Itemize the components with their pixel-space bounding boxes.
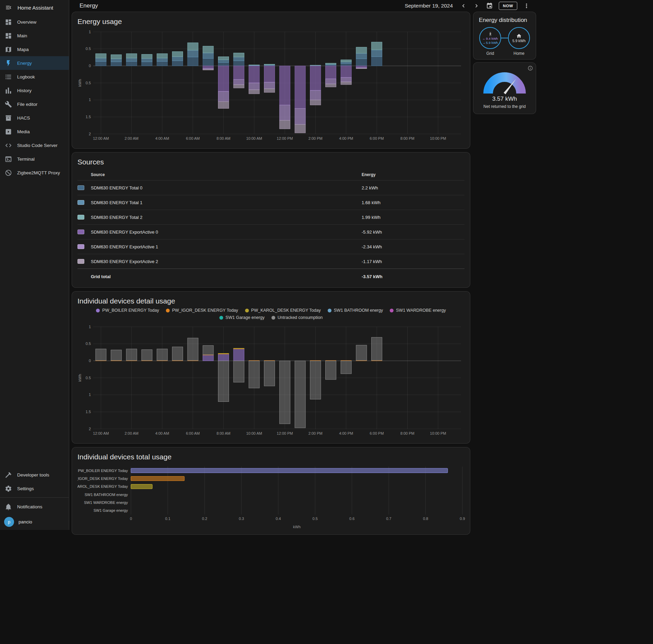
svg-text:1: 1 xyxy=(89,393,91,397)
next-period-button[interactable] xyxy=(471,0,482,12)
grid-node[interactable]: ← 9.4 kWh → 5.9 kWh xyxy=(479,27,501,49)
sidebar-item-developer-tools[interactable]: Developer tools xyxy=(0,468,69,482)
app-title: Home Assistant xyxy=(17,5,53,11)
svg-text:1: 1 xyxy=(89,98,91,102)
main-area: Energy September 19, 2024 NOW xyxy=(69,0,536,530)
source-color-swatch xyxy=(77,259,84,264)
energy-usage-chart: 10.500.511.5212:00 AM2:00 AM4:00 AM6:00 … xyxy=(77,28,465,145)
source-row-sdm630-energy-total-1[interactable]: SDM630 ENERGY Total 1 1.68 kWh xyxy=(77,195,464,210)
sidebar-item-notifications[interactable]: Notifications xyxy=(0,500,69,513)
legend-item-untracked-consumption[interactable]: Untracked consumption xyxy=(271,315,323,320)
dots-vertical-icon xyxy=(523,2,530,9)
legend-item-sw1-wardrobe-energy[interactable]: SW1 WARDROBE energy xyxy=(390,308,446,313)
legend-item-sw1-bathroom-energy[interactable]: SW1 BATHROOM energy xyxy=(328,308,383,313)
sidebar-item-settings[interactable]: Settings xyxy=(0,482,69,495)
sidebar-item-label: Developer tools xyxy=(17,472,49,478)
sidebar-item-label: Overview xyxy=(17,20,36,25)
sidebar-item-file-editor[interactable]: File editor xyxy=(0,97,69,111)
svg-text:0.5: 0.5 xyxy=(86,47,91,51)
now-button[interactable]: NOW xyxy=(499,2,517,10)
source-row-sdm630-energy-exportactive-2[interactable]: SDM630 ENERGY ExportActive 2 -1.17 kWh xyxy=(77,254,464,269)
svg-text:2: 2 xyxy=(89,427,91,431)
sidebar: Home Assistant OverviewMainMapaEnergyLog… xyxy=(0,0,69,530)
sidebar-user[interactable]: p pancio xyxy=(0,513,69,530)
gauge-value: 3.57 kWh xyxy=(492,96,517,102)
more-options-button[interactable] xyxy=(521,0,532,12)
legend-label: PW_IGOR_DESK ENERGY Today xyxy=(172,308,238,313)
source-row-sdm630-energy-total-2[interactable]: SDM630 ENERGY Total 2 1.99 kWh xyxy=(77,210,464,224)
sidebar-footer-nav: Developer toolsSettings xyxy=(0,468,69,495)
grid-label: Grid xyxy=(479,51,501,56)
sidebar-item-logbook[interactable]: Logbook xyxy=(0,70,69,84)
svg-text:2:00 PM: 2:00 PM xyxy=(309,136,323,140)
source-row-sdm630-energy-total-0[interactable]: SDM630 ENERGY Total 0 2.2 kWh xyxy=(77,180,464,195)
svg-text:12:00 PM: 12:00 PM xyxy=(277,431,293,435)
legend-label: PW_BOILER ENERGY Today xyxy=(102,308,159,313)
svg-text:0.5: 0.5 xyxy=(313,517,318,521)
notifications-label: Notifications xyxy=(17,504,43,509)
svg-text:12:00 AM: 12:00 AM xyxy=(93,431,109,435)
legend-item-pw-boiler-energy-today[interactable]: PW_BOILER ENERGY Today xyxy=(96,308,159,313)
svg-text:10:00 AM: 10:00 AM xyxy=(246,431,262,435)
svg-text:6:00 PM: 6:00 PM xyxy=(370,431,384,435)
sidebar-toggle-button[interactable] xyxy=(4,3,13,12)
svg-text:8:00 PM: 8:00 PM xyxy=(400,136,414,140)
info-icon xyxy=(528,65,533,71)
legend-label: PW_KAROL_DESK ENERGY Today xyxy=(251,308,321,313)
main-column: Energy usage 10.500.511.5212:00 AM2:00 A… xyxy=(72,12,470,535)
distribution-labels: Grid Home xyxy=(479,51,530,56)
source-name: SDM630 ENERGY ExportActive 0 xyxy=(91,230,362,235)
legend-item-pw-karol-desk-energy-today[interactable]: PW_KAROL_DESK ENERGY Today xyxy=(245,308,321,313)
svg-text:4:00 PM: 4:00 PM xyxy=(339,431,353,435)
svg-text:4:00 PM: 4:00 PM xyxy=(339,136,353,140)
gauge-caption: Net returned to the grid xyxy=(483,104,525,109)
legend-item-sw1-garage-energy[interactable]: SW1 Garage energy xyxy=(219,315,265,320)
svg-text:0.5: 0.5 xyxy=(86,81,91,85)
sidebar-item-label: File editor xyxy=(17,102,37,107)
sidebar-nav: OverviewMainMapaEnergyLogbookHistoryFile… xyxy=(0,15,69,179)
svg-text:12:00 AM: 12:00 AM xyxy=(93,136,109,140)
page-title: Energy xyxy=(80,2,98,9)
info-button[interactable] xyxy=(528,65,533,72)
grid-return-flow: ← 9.4 kWh xyxy=(482,37,498,41)
svg-text:PW_KAROL_DESK ENERGY Today: PW_KAROL_DESK ENERGY Today xyxy=(77,484,128,488)
arrow-right-icon: → xyxy=(482,41,486,45)
map-icon xyxy=(5,46,12,53)
legend-dot xyxy=(166,309,170,312)
sidebar-item-history[interactable]: History xyxy=(0,84,69,97)
sidebar-item-label: Zigbee2MQTT Proxy xyxy=(17,170,60,175)
svg-text:10:00 AM: 10:00 AM xyxy=(246,136,262,140)
play-box-icon xyxy=(5,128,12,135)
sidebar-item-terminal[interactable]: Terminal xyxy=(0,152,69,166)
distribution-title: Energy distribution xyxy=(479,17,530,24)
sidebar-header: Home Assistant xyxy=(0,0,69,15)
top-header: Energy September 19, 2024 NOW xyxy=(69,0,536,12)
date-picker-label[interactable]: September 19, 2024 xyxy=(405,3,453,9)
sidebar-item-media[interactable]: Media xyxy=(0,125,69,138)
prev-period-button[interactable] xyxy=(458,0,469,12)
source-row-sdm630-energy-exportactive-0[interactable]: SDM630 ENERGY ExportActive 0 -5.92 kWh xyxy=(77,224,464,239)
sidebar-item-zigbee2mqtt-proxy[interactable]: Zigbee2MQTT Proxy xyxy=(0,166,69,179)
sidebar-item-mapa[interactable]: Mapa xyxy=(0,42,69,56)
cancel-icon xyxy=(5,169,12,176)
sidebar-item-overview[interactable]: Overview xyxy=(0,15,69,29)
svg-text:1.5: 1.5 xyxy=(86,410,91,414)
energy-usage-title: Energy usage xyxy=(77,17,464,26)
source-row-sdm630-energy-exportactive-1[interactable]: SDM630 ENERGY ExportActive 1 -2.34 kWh xyxy=(77,239,464,254)
legend-dot xyxy=(96,309,100,312)
list-icon xyxy=(5,73,12,80)
sidebar-item-main[interactable]: Main xyxy=(0,29,69,42)
home-node[interactable]: 5.9 kWh xyxy=(508,27,530,49)
sidebar-item-energy[interactable]: Energy xyxy=(0,56,69,70)
svg-text:PW_BOILER ENERGY Today: PW_BOILER ENERGY Today xyxy=(78,469,128,473)
legend-dot xyxy=(245,309,249,312)
sidebar-item-studio-code-server[interactable]: Studio Code Server xyxy=(0,138,69,152)
sidebar-item-hacs[interactable]: HACS xyxy=(0,111,69,125)
legend-item-pw-igor-desk-energy-today[interactable]: PW_IGOR_DESK ENERGY Today xyxy=(166,308,238,313)
sidebar-item-label: Terminal xyxy=(17,157,35,162)
flash-icon xyxy=(5,60,12,67)
svg-text:10:00 PM: 10:00 PM xyxy=(430,431,446,435)
source-name: SDM630 ENERGY Total 0 xyxy=(91,185,362,190)
calendar-button[interactable] xyxy=(484,0,495,12)
source-color-swatch xyxy=(77,230,84,234)
